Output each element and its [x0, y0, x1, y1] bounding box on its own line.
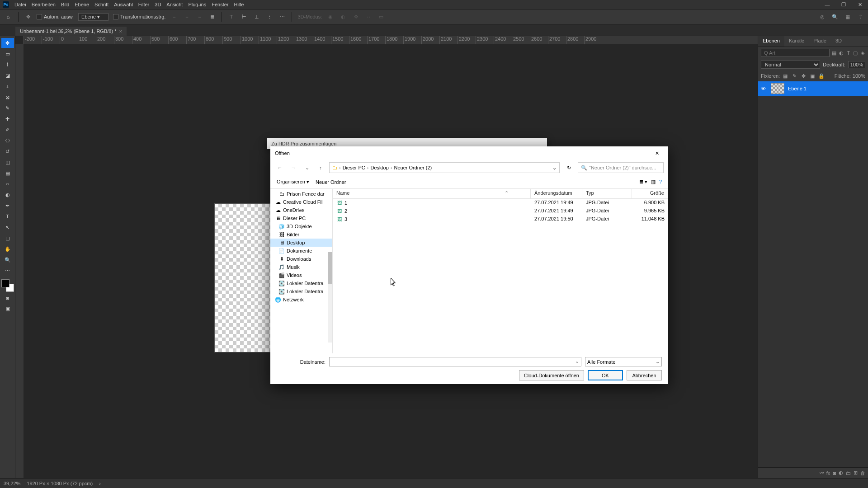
tree-node[interactable]: 🗀Prison Fence dar: [270, 190, 332, 198]
move-tool[interactable]: ✥: [1, 38, 14, 48]
menu-plugins[interactable]: Plug-ins: [188, 2, 206, 7]
new-folder-button[interactable]: Neuer Ordner: [316, 179, 346, 185]
ok-button[interactable]: OK: [588, 370, 623, 380]
layer-group-icon[interactable]: 🗀: [846, 470, 851, 476]
dodge-tool[interactable]: ◐: [1, 190, 14, 200]
file-row[interactable]: 🖼127.07.2021 19:49JPG-Datei6.900 KB: [333, 199, 668, 207]
edit-toolbar-icon[interactable]: ⋯: [1, 266, 14, 276]
crumb-dropdown-icon[interactable]: ⌄: [552, 165, 557, 171]
tree-node[interactable]: 🎬Videos: [270, 271, 332, 279]
nav-back-button[interactable]: ←: [275, 163, 285, 173]
lasso-tool[interactable]: ⌇: [1, 60, 14, 70]
tree-node[interactable]: 🖼Bilder: [270, 230, 332, 239]
file-row[interactable]: 🖼327.07.2021 19:50JPG-Datei11.048 KB: [333, 215, 668, 223]
new-layer-icon[interactable]: ⊞: [854, 470, 858, 476]
healing-brush-tool[interactable]: ✚: [1, 114, 14, 124]
opacity-value[interactable]: 100%: [848, 61, 865, 68]
layer-name-label[interactable]: Ebene 1: [788, 86, 807, 91]
eraser-tool[interactable]: ◫: [1, 157, 14, 167]
layer-mask-icon[interactable]: ◙: [833, 470, 836, 476]
tree-node[interactable]: 📄Dokumente: [270, 247, 332, 255]
tree-node[interactable]: 💽Lokaler Datentra: [270, 279, 332, 287]
zoom-tool[interactable]: 🔍: [1, 255, 14, 265]
filter-smart-icon[interactable]: ◈: [860, 49, 865, 57]
crop-tool[interactable]: ⟂: [1, 81, 14, 91]
column-date[interactable]: Änderungsdatum: [531, 189, 582, 198]
menu-edit[interactable]: Bearbeiten: [32, 2, 56, 7]
type-tool[interactable]: T: [1, 211, 14, 221]
menu-view[interactable]: Ansicht: [166, 2, 183, 7]
menu-file[interactable]: Datei: [14, 2, 26, 7]
fill-value[interactable]: 100%: [853, 73, 865, 79]
menu-layer[interactable]: Ebene: [75, 2, 89, 7]
link-layers-icon[interactable]: ⚯: [820, 470, 824, 476]
align-top-icon[interactable]: ⊤: [227, 13, 236, 21]
foreground-color-swatch[interactable]: [1, 279, 9, 287]
blur-tool[interactable]: ○: [1, 179, 14, 189]
delete-layer-icon[interactable]: 🗑: [860, 470, 865, 476]
menu-type[interactable]: Schrift: [94, 2, 108, 7]
menu-image[interactable]: Bild: [61, 2, 69, 7]
view-mode-button[interactable]: ≣ ▾: [639, 179, 647, 185]
select-subject-icon[interactable]: ◎: [818, 13, 826, 21]
help-button[interactable]: ?: [659, 179, 662, 185]
crumb-folder[interactable]: Neuer Ordner (2): [394, 165, 432, 170]
file-row[interactable]: 🖼227.07.2021 19:49JPG-Datei9.965 KB: [333, 207, 668, 215]
tree-node[interactable]: ⬇Downloads: [270, 255, 332, 263]
tree-node[interactable]: 🖥Dieser PC: [270, 214, 332, 222]
rectangle-tool[interactable]: ▢: [1, 233, 14, 243]
status-chevron-icon[interactable]: ›: [99, 481, 101, 486]
search-icon[interactable]: 🔍: [831, 13, 839, 21]
align-left-icon[interactable]: ≡: [170, 13, 178, 21]
hand-tool[interactable]: ✋: [1, 244, 14, 254]
breadcrumb[interactable]: 🗀 › Dieser PC › Desktop › Neuer Ordner (…: [329, 162, 560, 173]
layer-visibility-icon[interactable]: 👁: [761, 86, 767, 91]
menu-3d[interactable]: 3D: [155, 2, 161, 7]
screen-mode-icon[interactable]: ▣: [1, 304, 14, 314]
frame-tool[interactable]: ⊠: [1, 92, 14, 102]
eyedropper-tool[interactable]: ✎: [1, 103, 14, 113]
filter-adjustment-icon[interactable]: ◐: [839, 49, 844, 57]
filetype-select[interactable]: Alle Formate⌄: [585, 357, 662, 366]
filter-type-icon[interactable]: T: [846, 49, 851, 57]
menu-select[interactable]: Auswahl: [114, 2, 133, 7]
menu-help[interactable]: Hilfe: [234, 2, 244, 7]
lock-all-icon[interactable]: 🔒: [818, 72, 825, 80]
close-tab-icon[interactable]: ×: [119, 28, 122, 34]
column-name[interactable]: Name ⌃: [333, 189, 531, 198]
tree-node[interactable]: 🧊3D-Objekte: [270, 222, 332, 230]
color-swatches[interactable]: [1, 279, 14, 292]
path-select-tool[interactable]: ↖: [1, 222, 14, 232]
lock-artboard-icon[interactable]: ▣: [809, 72, 816, 80]
layer-item[interactable]: 👁 Ebene 1: [758, 81, 868, 96]
layer-thumbnail[interactable]: [771, 83, 784, 94]
organize-button[interactable]: Organisieren ▾: [277, 179, 309, 185]
tab-paths[interactable]: Pfade: [809, 36, 831, 47]
window-close-icon[interactable]: ✕: [854, 1, 865, 8]
auto-select-target[interactable]: Ebene ▾: [78, 13, 108, 21]
tab-3d[interactable]: 3D: [831, 36, 846, 47]
home-icon[interactable]: ⌂: [4, 12, 13, 21]
filename-input[interactable]: ⌄: [329, 357, 581, 366]
column-type[interactable]: Typ: [582, 189, 632, 198]
gradient-tool[interactable]: ▤: [1, 168, 14, 178]
nav-forward-button[interactable]: →: [288, 163, 298, 173]
window-restore-icon[interactable]: ❐: [838, 1, 849, 8]
clone-stamp-tool[interactable]: ⎔: [1, 136, 14, 145]
tree-node[interactable]: 🌐Netzwerk: [270, 296, 332, 304]
object-select-tool[interactable]: ◪: [1, 70, 14, 80]
lock-transparency-icon[interactable]: ▦: [782, 72, 789, 80]
transform-controls-checkbox[interactable]: Transformationsstrg.: [113, 14, 165, 19]
crumb-pc[interactable]: Dieser PC: [343, 165, 365, 170]
rectangular-marquee-tool[interactable]: ▭: [1, 49, 14, 59]
document-tab[interactable]: Unbenannt-1 bei 39,2% (Ebene 1, RGB/8) *…: [15, 27, 127, 36]
quick-mask-icon[interactable]: ◙: [1, 293, 14, 303]
nav-recent-button[interactable]: ⌄: [302, 163, 312, 173]
more-options-icon[interactable]: ⋯: [278, 13, 286, 21]
dialog-search-input[interactable]: 🔍 "Neuer Ordner (2)" durchsuc...: [578, 162, 664, 173]
tree-node[interactable]: 🎵Musik: [270, 263, 332, 271]
column-size[interactable]: Größe: [632, 189, 668, 198]
lock-position-icon[interactable]: ✥: [800, 72, 807, 80]
cancel-button[interactable]: Abbrechen: [627, 370, 662, 380]
refresh-button[interactable]: ↻: [563, 162, 574, 173]
